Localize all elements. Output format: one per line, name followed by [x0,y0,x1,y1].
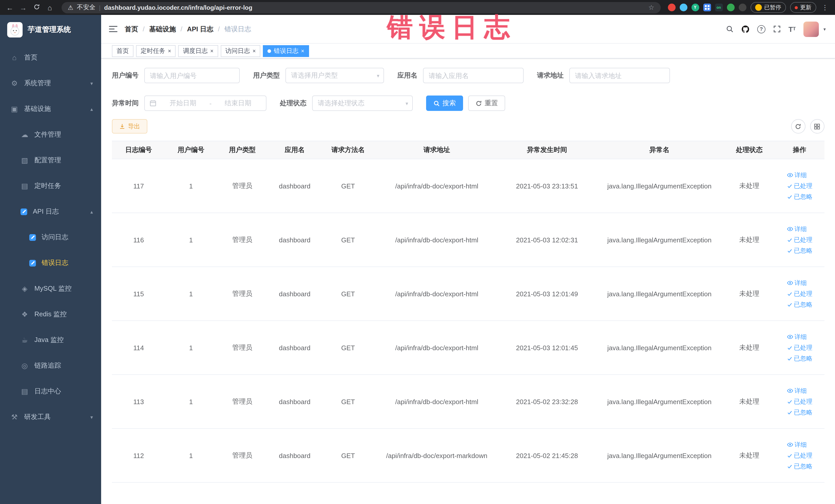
sidebar-item-api-log[interactable]: API 日志 ▴ [0,199,101,224]
cell-user-id: 1 [165,182,217,190]
filter-exception-time: 异常时间 开始日期 - 结束日期 [112,96,266,111]
action-ignored[interactable]: 已忽略 [787,247,812,254]
table-row: 117 1 管理员 dashboard GET /api/infra/db-do… [112,159,824,213]
sidebar-item-infra[interactable]: ▣ 基础设施 ▴ [0,96,101,122]
filter-user-id: 用户编号 [112,68,240,83]
sidebar-item-system[interactable]: ⚙ 系统管理 ▾ [0,70,101,96]
user-id-input[interactable] [144,68,240,83]
chrome-menu-icon[interactable]: ⋮ [820,4,830,11]
tab-close-icon[interactable]: × [210,48,213,54]
action-processed[interactable]: 已处理 [787,183,812,189]
cell-log-id: 116 [112,236,165,244]
home-icon[interactable]: ⌂ [45,4,55,11]
date-range-picker[interactable]: 开始日期 - 结束日期 [144,96,266,111]
tab-close-icon[interactable]: × [301,48,304,54]
action-processed[interactable]: 已处理 [787,452,812,459]
action-detail[interactable]: 详细 [787,334,807,340]
cell-user-id: 1 [165,451,217,459]
sidebar-item-file[interactable]: ☁ 文件管理 [0,122,101,147]
bookmark-star-icon[interactable]: ☆ [648,4,654,11]
chevron-down-icon: ▾ [406,100,408,106]
breadcrumb-home[interactable]: 首页 [125,24,138,34]
breadcrumb-infra[interactable]: 基础设施 [149,24,176,34]
extension-icon[interactable] [668,4,675,11]
request-url-input[interactable] [569,68,670,83]
tab-error-log[interactable]: 错误日志 × [263,45,309,57]
table-row: 114 1 管理员 dashboard GET /api/infra/db-do… [112,321,824,375]
logo[interactable]: 芋道管理系统 [0,15,101,45]
fullscreen-icon[interactable] [773,25,781,33]
action-processed[interactable]: 已处理 [787,345,812,351]
action-ignored[interactable]: 已忽略 [787,355,812,362]
redis-icon: ❖ [21,311,29,318]
extension-icon[interactable] [679,4,687,11]
sidebar-item-mysql[interactable]: ◈ MySQL 监控 [0,276,101,301]
action-processed[interactable]: 已处理 [787,291,812,297]
search-button[interactable]: 搜索 [426,96,463,111]
extension-on-icon[interactable]: on [715,4,722,11]
forward-icon[interactable]: → [19,4,28,11]
request-url-label: 请求地址 [537,71,564,80]
breadcrumb-api-log[interactable]: API 日志 [187,24,213,34]
action-detail[interactable]: 详细 [787,280,807,286]
action-ignored[interactable]: 已忽略 [787,463,812,469]
action-ignored[interactable]: 已忽略 [787,409,812,416]
action-detail[interactable]: 详细 [787,226,807,232]
tab-job-log[interactable]: 调度日志 × [178,45,218,57]
search-icon[interactable] [726,25,734,33]
action-detail[interactable]: 详细 [787,388,807,394]
cell-app-name: dashboard [268,398,321,405]
col-process-status: 处理状态 [724,145,775,155]
action-processed[interactable]: 已处理 [787,399,812,405]
app-name-input[interactable] [423,68,524,83]
refresh-button[interactable] [791,119,805,134]
sidebar-item-log-center[interactable]: ▤ 日志中心 [0,379,101,404]
extension-grid-icon[interactable] [703,4,711,11]
cell-process-status: 未处理 [724,397,775,406]
export-button[interactable]: 导出 [112,119,147,134]
reset-button[interactable]: 重置 [468,96,505,111]
sidebar-toggle-button[interactable] [109,26,118,32]
extension-leaf-icon[interactable] [727,4,734,11]
chevron-down-icon[interactable]: ▾ [823,26,826,32]
sidebar-item-error-log[interactable]: 错误日志 [0,250,101,276]
tab-close-icon[interactable]: × [168,48,171,54]
cell-actions: 详细 已处理 已忽略 [775,280,824,308]
action-detail[interactable]: 详细 [787,172,807,178]
app-title: 芋道管理系统 [28,25,71,35]
action-ignored[interactable]: 已忽略 [787,194,812,200]
user-type-select[interactable]: 请选择用户类型 ▾ [285,68,384,83]
github-icon[interactable] [741,25,750,33]
column-settings-button[interactable] [810,119,824,134]
sidebar-item-home[interactable]: ⌂ 首页 [0,45,101,70]
avatar[interactable] [803,21,819,37]
sidebar-item-job[interactable]: ▤ 定时任务 [0,173,101,199]
action-detail[interactable]: 详细 [787,442,807,448]
sidebar-item-trace[interactable]: ◎ 链路追踪 [0,353,101,379]
cell-user-type: 管理员 [217,289,268,298]
profile-paused-button[interactable]: 已暂停 [750,2,786,13]
tab-home[interactable]: 首页 [112,45,134,57]
action-processed[interactable]: 已处理 [787,237,812,243]
tab-close-icon[interactable]: × [252,48,256,54]
cell-user-type: 管理员 [217,235,268,244]
address-bar[interactable]: ⚠ 不安全 | dashboard.yudao.iocoder.cn/infra… [62,2,660,13]
sidebar-item-access-log[interactable]: 访问日志 [0,224,101,250]
reload-icon[interactable] [32,4,41,11]
sidebar-item-dev-tools[interactable]: ⚒ 研发工具 ▾ [0,404,101,430]
font-size-icon[interactable]: TT [789,25,796,33]
status-select[interactable]: 请选择处理状态 ▾ [312,96,413,111]
extension-icon[interactable]: Y [691,4,699,11]
filter-status: 处理状态 请选择处理状态 ▾ [280,96,413,111]
sidebar-item-config[interactable]: ▧ 配置管理 [0,147,101,173]
browser-update-button[interactable]: 更新 [790,2,816,13]
url-text[interactable]: dashboard.yudao.iocoder.cn/infra/log/api… [104,4,252,11]
extension-pin-icon[interactable] [738,4,746,11]
help-icon[interactable]: ? [757,25,766,33]
action-ignored[interactable]: 已忽略 [787,301,812,308]
tab-job[interactable]: 定时任务 × [136,45,176,57]
sidebar-item-redis[interactable]: ❖ Redis 监控 [0,301,101,327]
tab-access-log[interactable]: 访问日志 × [221,45,261,57]
sidebar-item-java[interactable]: ☕ Java 监控 [0,327,101,353]
back-icon[interactable]: ← [5,4,14,11]
